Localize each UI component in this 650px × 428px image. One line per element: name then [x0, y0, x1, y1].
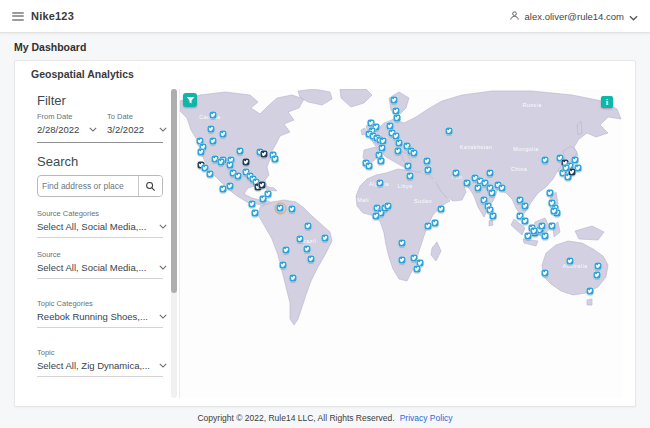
- hamburger-menu-icon[interactable]: [12, 12, 24, 21]
- map-marker-twitter[interactable]: [283, 247, 290, 254]
- map-marker-twitter[interactable]: [218, 159, 225, 166]
- map-marker-twitter[interactable]: [304, 246, 311, 253]
- search-button[interactable]: [138, 176, 162, 196]
- map-marker-twitter[interactable]: [594, 272, 601, 279]
- map-marker-twitter[interactable]: [414, 266, 421, 273]
- map-marker-twitter[interactable]: [411, 150, 418, 157]
- map-marker-twitter[interactable]: [407, 173, 414, 180]
- map-marker-twitter[interactable]: [290, 275, 297, 282]
- source-categories-select[interactable]: Select All, Social Media,...: [37, 221, 167, 232]
- map-marker-twitter[interactable]: [252, 210, 259, 217]
- map-marker-twitter[interactable]: [272, 156, 279, 163]
- map-marker-twitter[interactable]: [259, 182, 266, 189]
- map-filter-button[interactable]: [183, 93, 197, 107]
- search-input[interactable]: [38, 181, 138, 191]
- scrollbar-thumb[interactable]: [171, 89, 177, 293]
- map-marker-twitter[interactable]: [394, 115, 401, 122]
- map-marker-twitter[interactable]: [575, 165, 582, 172]
- world-map[interactable]: CanadaRussiaKazakhstanMongoliaChinaIranL…: [179, 89, 623, 398]
- map-marker-twitter[interactable]: [308, 256, 315, 263]
- privacy-policy-link[interactable]: Privacy Policy: [400, 413, 453, 423]
- map-marker-twitter[interactable]: [490, 213, 497, 220]
- source-label: Source: [37, 250, 167, 259]
- map-marker-twitter[interactable]: [289, 206, 296, 213]
- map-marker-twitter[interactable]: [425, 223, 432, 230]
- map-marker-twitter[interactable]: [322, 235, 329, 242]
- map-marker-twitter[interactable]: [379, 145, 386, 152]
- map-marker-twitter[interactable]: [542, 233, 549, 240]
- map-marker-twitter[interactable]: [208, 126, 215, 133]
- map-marker-twitter[interactable]: [539, 223, 546, 230]
- map-marker-twitter[interactable]: [405, 163, 412, 170]
- map-marker-twitter[interactable]: [572, 157, 579, 164]
- map-marker-twitter[interactable]: [261, 151, 268, 158]
- map-country-label: Libya: [397, 183, 412, 189]
- map-marker-twitter[interactable]: [522, 218, 529, 225]
- map-info-button[interactable]: i: [601, 96, 613, 108]
- map-marker-twitter[interactable]: [380, 138, 387, 145]
- map-marker-twitter[interactable]: [249, 201, 256, 208]
- map-marker-twitter[interactable]: [227, 183, 234, 190]
- map-marker-twitter[interactable]: [366, 163, 373, 170]
- map-marker-twitter[interactable]: [531, 228, 538, 235]
- map-marker-twitter[interactable]: [220, 131, 227, 138]
- map-marker-twitter[interactable]: [464, 180, 471, 187]
- map-marker-twitter[interactable]: [393, 108, 400, 115]
- map-marker-twitter[interactable]: [297, 236, 304, 243]
- map-marker-twitter[interactable]: [522, 203, 529, 210]
- map-marker-twitter[interactable]: [280, 262, 287, 269]
- lexicon-categories-select[interactable]: Lexicon Categories: [37, 397, 163, 398]
- map-marker-twitter[interactable]: [393, 133, 400, 140]
- map-marker-twitter[interactable]: [243, 159, 250, 166]
- map-marker-twitter[interactable]: [499, 185, 506, 192]
- map-marker-twitter[interactable]: [265, 191, 272, 198]
- map-marker-twitter[interactable]: [387, 123, 394, 130]
- map-marker-twitter[interactable]: [549, 223, 556, 230]
- map-marker-twitter[interactable]: [399, 240, 406, 247]
- map-marker-twitter[interactable]: [425, 167, 432, 174]
- map-marker-twitter[interactable]: [305, 223, 312, 230]
- map-marker-twitter[interactable]: [235, 173, 242, 180]
- filter-panel-scrollbar[interactable]: [171, 89, 177, 398]
- map-marker-twitter[interactable]: [399, 257, 406, 264]
- map-marker-twitter[interactable]: [487, 170, 494, 177]
- from-date-select[interactable]: 2/28/2022: [37, 124, 97, 135]
- map-marker-twitter[interactable]: [277, 205, 284, 212]
- map-marker-twitter[interactable]: [567, 258, 574, 265]
- topic-categories-select[interactable]: Reebok Running Shoes,...: [37, 311, 167, 322]
- map-marker-twitter[interactable]: [391, 97, 398, 104]
- map-marker-twitter[interactable]: [207, 171, 214, 178]
- twitter-icon: [573, 158, 578, 163]
- map-marker-twitter[interactable]: [453, 170, 460, 177]
- map-marker-twitter[interactable]: [569, 169, 576, 176]
- map-marker-twitter[interactable]: [446, 128, 453, 135]
- map-marker-twitter[interactable]: [227, 162, 234, 169]
- map-marker-twitter[interactable]: [547, 190, 554, 197]
- map-marker-twitter[interactable]: [587, 288, 594, 295]
- user-account-menu[interactable]: alex.oliver@rule14.com: [509, 7, 638, 25]
- map-marker-twitter[interactable]: [542, 157, 549, 164]
- map-marker-twitter[interactable]: [198, 149, 205, 156]
- map-marker-twitter[interactable]: [395, 148, 402, 155]
- map-marker-twitter[interactable]: [385, 203, 392, 210]
- map-marker-twitter[interactable]: [489, 190, 496, 197]
- map-marker-twitter[interactable]: [542, 270, 549, 277]
- map-marker-twitter[interactable]: [373, 213, 380, 220]
- map-marker-twitter[interactable]: [396, 140, 403, 147]
- map-marker-twitter[interactable]: [424, 158, 431, 165]
- map-marker-twitter[interactable]: [237, 148, 244, 155]
- source-select[interactable]: Select All, Social Media,...: [37, 262, 167, 273]
- topic-select[interactable]: Select All, Zig Dynamica,...: [37, 360, 167, 371]
- map-marker-twitter[interactable]: [210, 138, 217, 145]
- map-marker-twitter[interactable]: [563, 165, 570, 172]
- map-marker-twitter[interactable]: [378, 158, 385, 165]
- map-marker-twitter[interactable]: [210, 112, 217, 119]
- map-marker-twitter[interactable]: [595, 263, 602, 270]
- map-marker-twitter[interactable]: [220, 186, 227, 193]
- map-marker-twitter[interactable]: [475, 185, 482, 192]
- to-date-select[interactable]: 3/2/2022: [107, 124, 167, 135]
- map-marker-twitter[interactable]: [438, 206, 445, 213]
- map-marker-twitter[interactable]: [432, 220, 439, 227]
- map-marker-twitter[interactable]: [551, 208, 558, 215]
- map-marker-twitter[interactable]: [377, 180, 384, 187]
